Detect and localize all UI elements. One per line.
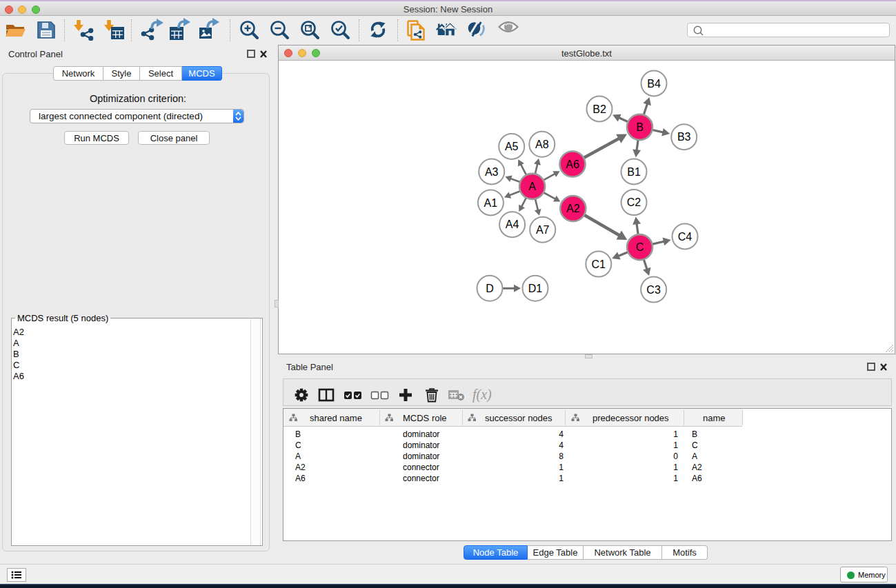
- svg-text:C3: C3: [646, 284, 661, 296]
- svg-text:A2: A2: [566, 203, 580, 214]
- svg-text:C: C: [636, 241, 644, 253]
- svg-text:A5: A5: [505, 141, 519, 152]
- svg-text:B: B: [636, 121, 644, 133]
- svg-text:C2: C2: [627, 196, 641, 208]
- svg-text:D: D: [486, 283, 494, 294]
- svg-text:A: A: [528, 181, 536, 192]
- svg-text:B2: B2: [593, 103, 606, 115]
- svg-text:B3: B3: [677, 131, 691, 143]
- svg-text:A8: A8: [535, 139, 549, 150]
- svg-text:C1: C1: [592, 258, 606, 270]
- svg-text:D1: D1: [528, 283, 543, 294]
- svg-text:B1: B1: [627, 166, 641, 178]
- svg-text:A6: A6: [566, 159, 579, 170]
- svg-text:C4: C4: [678, 231, 693, 243]
- svg-text:A1: A1: [484, 197, 498, 209]
- svg-text:B4: B4: [647, 78, 661, 90]
- svg-text:A3: A3: [485, 166, 499, 178]
- svg-text:A4: A4: [506, 219, 519, 230]
- svg-text:A7: A7: [536, 224, 550, 236]
